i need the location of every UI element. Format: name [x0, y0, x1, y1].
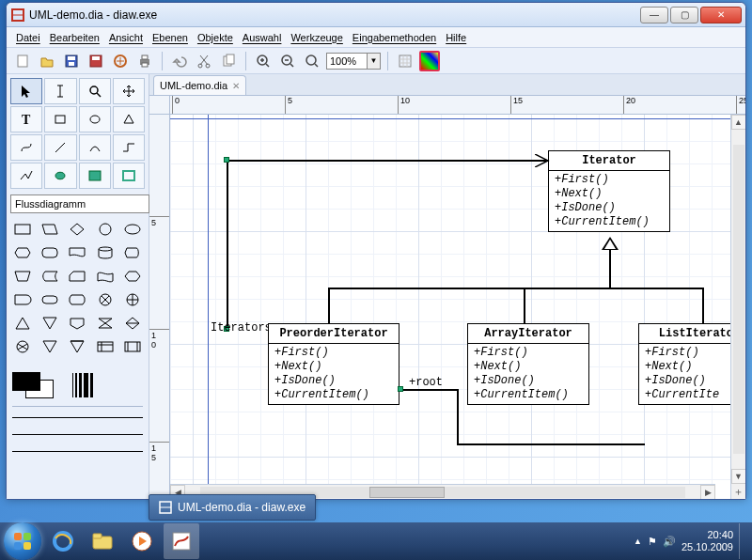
tb-print-icon[interactable] [134, 51, 155, 71]
tool-ellipse-icon[interactable] [79, 106, 111, 132]
show-desktop-button[interactable] [739, 523, 746, 559]
doc-tab[interactable]: UML-demo.dia ✕ [153, 75, 246, 95]
menu-ansicht[interactable]: Ansicht [109, 32, 143, 43]
scroll-right-icon[interactable]: ▶ [700, 485, 715, 500]
menu-auswahl[interactable]: Auswahl [243, 32, 282, 43]
color-swatches[interactable] [12, 372, 54, 398]
tool-beziergon-icon[interactable] [44, 163, 76, 189]
tb-copy-icon[interactable] [218, 51, 239, 71]
tool-polygon-icon[interactable] [113, 106, 145, 132]
shape-collate-icon[interactable] [92, 312, 118, 334]
tb-open-icon[interactable] [37, 51, 57, 71]
uml-class-array[interactable]: ArrayIterator +First() +Next() +IsDone()… [467, 323, 589, 405]
shapeset-input[interactable] [10, 194, 149, 213]
fg-color-swatch[interactable] [12, 372, 40, 391]
shape-sumjunc-icon[interactable] [9, 335, 36, 358]
zoom-input[interactable] [326, 53, 368, 70]
shape-stored-icon[interactable] [37, 265, 63, 288]
shape-card-icon[interactable] [64, 265, 90, 288]
shape-display-icon[interactable] [119, 241, 146, 264]
minimize-button[interactable]: — [640, 7, 668, 23]
new-layer-icon[interactable]: ＋ [731, 484, 746, 499]
tool-pointer-icon[interactable] [10, 78, 42, 104]
tray-volume-icon[interactable]: 🔊 [663, 536, 676, 548]
shape-extract-icon[interactable] [37, 335, 63, 358]
tool-polyline-icon[interactable] [10, 163, 42, 189]
shape-prep-icon[interactable] [119, 265, 146, 288]
uml-class-preorder[interactable]: PreorderIterator +First() +Next() +IsDon… [268, 323, 400, 405]
shape-rect-icon[interactable] [9, 218, 36, 241]
line-width-icon[interactable] [72, 373, 93, 397]
shape-offpage-icon[interactable] [64, 312, 90, 334]
ql-explorer-icon[interactable] [85, 523, 120, 559]
shape-loop-icon[interactable] [64, 288, 90, 311]
menu-datei[interactable]: Datei [16, 32, 40, 43]
shape-sort-icon[interactable] [119, 312, 146, 334]
shape-invtri-icon[interactable] [37, 312, 63, 334]
arrow-end-selector[interactable] [7, 443, 149, 459]
tray-flag-icon[interactable]: ⚑ [648, 536, 657, 548]
shape-parallelogram-icon[interactable] [37, 218, 63, 241]
tool-bezier-icon[interactable] [10, 134, 42, 161]
shape-ellipse-icon[interactable] [119, 218, 146, 241]
line-style-selector[interactable] [7, 409, 149, 426]
tool-textedit-icon[interactable] [44, 78, 76, 104]
label-iterators[interactable]: Iterators [211, 321, 272, 334]
assoc-line-v[interactable] [227, 160, 228, 329]
tb-saveas-icon[interactable] [86, 51, 106, 71]
tool-arc-icon[interactable] [79, 134, 111, 161]
tb-export-icon[interactable] [110, 51, 131, 71]
zoom-combo[interactable]: ▼ [326, 53, 381, 70]
maximize-button[interactable]: ▢ [670, 7, 698, 23]
shape-circle-icon[interactable] [92, 218, 118, 241]
uml-class-list[interactable]: ListIterator +First() +Next() +IsDone() … [638, 323, 730, 405]
close-tab-icon[interactable]: ✕ [232, 81, 240, 91]
scrollbar-vertical[interactable]: ▲ ▼ ＋ [730, 115, 745, 499]
tool-image-icon[interactable] [79, 163, 111, 189]
shape-tri-icon[interactable] [9, 312, 36, 334]
shape-predef-icon[interactable] [119, 335, 146, 358]
zoom-dropdown-icon[interactable]: ▼ [368, 53, 381, 70]
arrow-start-selector[interactable] [7, 426, 149, 443]
shape-diamond-icon[interactable] [64, 218, 90, 241]
tool-outline-icon[interactable] [113, 163, 145, 189]
tb-zoomin-icon[interactable] [253, 51, 274, 71]
tool-line-icon[interactable] [44, 134, 76, 161]
menu-hilfe[interactable]: Hilfe [446, 32, 466, 43]
start-button[interactable] [4, 522, 41, 560]
tb-undo-icon[interactable] [169, 51, 190, 71]
tb-zoom-icon[interactable] [302, 51, 322, 71]
menu-objekte[interactable]: Objekte [197, 32, 233, 43]
tb-snapobj-icon[interactable] [419, 51, 440, 71]
shape-roundrect-icon[interactable] [37, 241, 63, 264]
shape-terminal-icon[interactable] [37, 288, 63, 311]
tool-zoom-icon[interactable] [79, 78, 111, 104]
menu-ebenen[interactable]: Ebenen [152, 32, 188, 43]
tool-zigzag-icon[interactable] [113, 134, 145, 161]
menu-eingabemethoden[interactable]: Eingabemethoden [352, 32, 436, 43]
shape-drum-icon[interactable] [92, 241, 118, 264]
tray-show-hidden-icon[interactable]: ▲ [634, 537, 642, 546]
shapeset-select[interactable]: ▼ [10, 194, 145, 213]
tool-text-icon[interactable]: T [10, 106, 42, 132]
shape-hexagon-icon[interactable] [9, 241, 36, 264]
assoc-line[interactable] [227, 160, 548, 162]
menu-bearbeiten[interactable]: Bearbeiten [50, 32, 100, 43]
ql-ie-icon[interactable] [45, 523, 81, 559]
ql-wmp-icon[interactable] [124, 523, 160, 559]
shape-merge-icon[interactable] [64, 335, 90, 358]
diagram-canvas[interactable]: Iterator +First() +Next() +IsDone() +Cur… [170, 115, 730, 499]
label-root[interactable]: +root [409, 376, 443, 389]
shape-tape-icon[interactable] [92, 265, 118, 288]
scroll-down-icon[interactable]: ▼ [731, 469, 746, 484]
tb-save-icon[interactable] [61, 51, 82, 71]
taskbar-preview[interactable]: UML-demo.dia - diaw.exe [149, 494, 316, 521]
ql-dia-icon[interactable] [164, 523, 199, 559]
scroll-thumb-h[interactable] [369, 487, 445, 498]
shape-or-icon[interactable] [119, 288, 146, 311]
tray-clock[interactable]: 20:40 25.10.2009 [682, 529, 733, 553]
tool-box-icon[interactable] [44, 106, 76, 132]
shape-sum-icon[interactable] [92, 288, 118, 311]
tb-new-icon[interactable] [12, 51, 33, 71]
shape-manual-icon[interactable] [9, 265, 36, 288]
